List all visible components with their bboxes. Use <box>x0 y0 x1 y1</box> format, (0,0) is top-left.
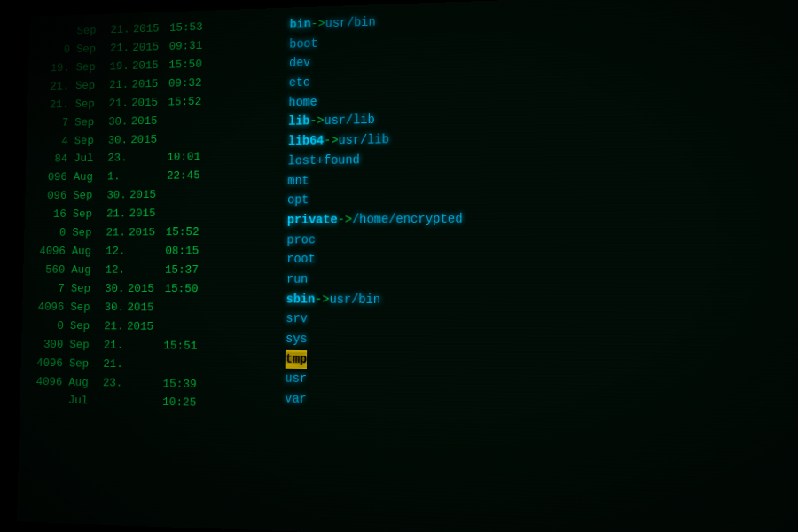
dir-name: run <box>286 270 309 289</box>
date-time: 10:01 <box>167 149 207 168</box>
left-row: 84Jul 23.10:01 <box>34 148 279 169</box>
date-time: 09:31 <box>169 37 209 56</box>
date-time: 09:32 <box>168 74 208 93</box>
left-row: 7Sep 30.201515:50 <box>31 280 278 299</box>
date-day: 21. <box>104 337 127 356</box>
date-time: 15:50 <box>168 56 208 74</box>
date-day: 30. <box>106 187 129 205</box>
dir-name: var <box>285 390 307 410</box>
dir-name: sys <box>286 330 308 349</box>
date-year <box>126 386 163 387</box>
dir-name: private <box>287 211 338 231</box>
left-row: 4096Sep 21. <box>28 355 277 376</box>
left-row: 096Sep 30.2015 <box>33 185 279 206</box>
dir-name: lib <box>288 113 309 132</box>
date-year: 2015 <box>132 38 169 57</box>
date-day: 12. <box>106 243 129 261</box>
date-day: 30. <box>105 299 128 317</box>
file-size: 4096 <box>28 373 69 392</box>
file-size: 7 <box>35 114 74 133</box>
date-month: Sep <box>75 59 109 77</box>
dir-name: lib64 <box>288 132 325 152</box>
date-day: 21. <box>103 356 126 374</box>
dir-name: opt <box>287 192 309 210</box>
dir-name: sbin <box>286 290 316 309</box>
date-month: Aug <box>72 243 106 261</box>
date-time: 15:53 <box>169 19 209 37</box>
date-day: 21. <box>110 40 133 58</box>
dir-row: sbin -> usr/bin <box>286 290 798 312</box>
right-column: bin -> usr/binbootdevetchomelib -> usr/l… <box>275 0 798 532</box>
symlink-target: usr/bin <box>329 290 380 309</box>
file-size: 4096 <box>30 299 71 317</box>
file-size: 4096 <box>28 355 69 373</box>
date-month: Sep <box>75 77 109 96</box>
date-time: 15:52 <box>168 93 207 112</box>
dir-row: root <box>286 249 798 270</box>
date-day: 30. <box>108 113 131 131</box>
terminal-content: Sep 21.201515:530Sep 21.201509:3119.Sep … <box>17 0 798 532</box>
file-size: 4 <box>35 133 74 151</box>
file-size <box>28 403 68 403</box>
left-row: 560Aug 12.15:37 <box>31 262 278 280</box>
date-day: 30. <box>108 131 131 149</box>
dir-name: root <box>286 250 316 269</box>
symlink-arrow: -> <box>338 211 353 231</box>
left-row: 16Sep 21.2015 <box>33 205 279 224</box>
file-size: 16 <box>33 207 73 224</box>
date-month: Sep <box>69 336 104 355</box>
date-time <box>168 141 207 142</box>
date-day: 23. <box>107 150 130 168</box>
file-size: 84 <box>34 151 74 168</box>
date-day: 21. <box>109 76 132 94</box>
left-row: Jul 10:25 <box>27 392 276 415</box>
date-month: Aug <box>74 168 108 186</box>
date-day: 21. <box>108 95 131 113</box>
date-year: 2015 <box>127 318 164 337</box>
terminal-screen: Sep 21.201515:530Sep 21.201509:3119.Sep … <box>17 0 798 532</box>
date-time: 15:37 <box>165 262 205 279</box>
date-month: Sep <box>76 22 110 41</box>
date-month: Sep <box>69 355 104 373</box>
date-month: Jul <box>68 393 103 411</box>
date-year <box>126 367 163 368</box>
symlink-arrow: -> <box>324 132 338 151</box>
file-size <box>37 34 77 35</box>
file-size: 0 <box>32 224 72 242</box>
date-day: 19. <box>109 58 132 75</box>
date-month: Aug <box>71 262 106 279</box>
date-day: 21. <box>104 317 127 335</box>
file-size: 21. <box>35 78 75 97</box>
date-day: 12. <box>105 262 128 279</box>
date-day: 30. <box>105 280 128 298</box>
left-row: 300Sep 21.15:51 <box>29 336 278 356</box>
date-year: 2015 <box>131 113 168 131</box>
date-year <box>125 404 162 405</box>
date-month: Sep <box>71 280 106 298</box>
date-time: 15:52 <box>166 224 206 242</box>
file-size: 19. <box>36 59 76 78</box>
symlink-target: usr/lib <box>338 131 389 151</box>
dir-name: etc <box>289 74 310 93</box>
symlink-arrow: -> <box>315 290 330 309</box>
left-row: 4096Sep 30.2015 <box>30 299 278 318</box>
dir-name: srv <box>286 310 308 330</box>
date-year: 2015 <box>127 299 164 317</box>
left-row: 4096Aug 12.08:15 <box>32 243 278 262</box>
file-size: 7 <box>31 280 72 298</box>
dir-row: proc <box>286 228 798 249</box>
date-time: 10:25 <box>162 395 203 413</box>
date-month: Sep <box>74 113 108 132</box>
symlink-arrow: -> <box>309 113 324 131</box>
dir-row: run <box>286 270 798 291</box>
file-size: 4096 <box>32 243 73 261</box>
date-day: 23. <box>103 374 126 393</box>
dir-name: tmp <box>286 350 308 370</box>
date-year: 2015 <box>131 75 168 94</box>
date-time <box>163 367 203 368</box>
dir-name: proc <box>286 231 316 249</box>
date-day: 21. <box>106 224 129 242</box>
date-time: 15:50 <box>164 280 204 298</box>
symlink-target: usr/bin <box>325 13 376 34</box>
date-month: Sep <box>74 132 108 150</box>
